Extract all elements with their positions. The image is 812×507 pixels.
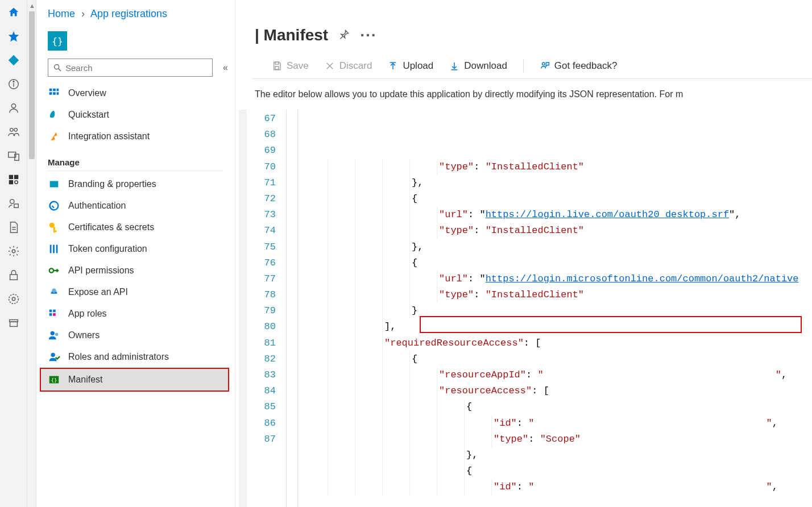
nav-api-permissions[interactable]: API permissions bbox=[36, 260, 235, 281]
nav-app-roles[interactable]: App roles bbox=[36, 303, 235, 325]
rail-scrollbar[interactable]: ▲ bbox=[27, 0, 36, 507]
page-title: | Manifest bbox=[255, 26, 328, 44]
nav-token-configuration[interactable]: Token configuration bbox=[36, 238, 235, 260]
svg-rect-40 bbox=[49, 310, 52, 313]
scroll-thumb[interactable] bbox=[29, 11, 35, 159]
svg-point-16 bbox=[12, 250, 15, 253]
breadcrumb-page[interactable]: App registrations bbox=[90, 8, 167, 19]
nav-expose-api[interactable]: Expose an API bbox=[36, 281, 235, 303]
search-input[interactable] bbox=[65, 63, 208, 73]
nav-label: Integration assistant bbox=[68, 131, 150, 142]
collapse-sidebar-button[interactable]: « bbox=[223, 63, 228, 73]
toolbar: Save Discard Upload Download Got feedbac… bbox=[252, 51, 812, 79]
roles-admin-icon bbox=[48, 351, 60, 363]
nav-label: Manifest bbox=[68, 375, 102, 385]
nav-roles-administrators[interactable]: Roles and administrators bbox=[36, 346, 235, 368]
breadcrumb-home[interactable]: Home bbox=[48, 8, 75, 19]
nav-label: App roles bbox=[68, 309, 107, 319]
rail-favorite-icon[interactable] bbox=[6, 28, 22, 44]
rail-doc-icon[interactable] bbox=[6, 219, 22, 235]
page-titlebar: | Manifest ··· bbox=[235, 0, 812, 51]
nav-label: Branding & properties bbox=[68, 179, 156, 189]
sidebar-search[interactable] bbox=[48, 59, 213, 77]
nav-label: Certificates & secrets bbox=[68, 222, 154, 232]
left-rail bbox=[0, 0, 27, 507]
svg-point-38 bbox=[49, 268, 53, 272]
rail-health-icon[interactable] bbox=[6, 291, 22, 307]
owners-icon bbox=[48, 329, 60, 342]
nav-label: Roles and administrators bbox=[68, 352, 169, 362]
svg-rect-29 bbox=[57, 92, 59, 95]
rail-diamond-icon[interactable] bbox=[6, 52, 22, 68]
rail-group-icon[interactable] bbox=[6, 124, 22, 140]
more-icon[interactable]: ··· bbox=[360, 26, 376, 44]
svg-point-45 bbox=[55, 333, 59, 336]
rail-home-icon[interactable] bbox=[6, 5, 22, 20]
nav-branding[interactable]: Branding & properties bbox=[36, 173, 235, 195]
nav-integration-assistant[interactable]: Integration assistant bbox=[36, 126, 235, 147]
nav-quickstart[interactable]: Quickstart bbox=[36, 104, 235, 126]
svg-point-19 bbox=[12, 297, 15, 301]
svg-rect-43 bbox=[53, 313, 56, 316]
nav-label: Token configuration bbox=[68, 244, 147, 254]
integration-icon bbox=[48, 130, 60, 143]
rail-info-icon[interactable] bbox=[6, 76, 22, 92]
svg-rect-35 bbox=[50, 245, 52, 254]
api-permissions-icon bbox=[48, 264, 60, 277]
line-number-gutter: 6768697071727374757677787980818283848586… bbox=[239, 110, 287, 507]
svg-rect-13 bbox=[14, 204, 18, 207]
svg-line-23 bbox=[59, 69, 61, 71]
rail-settings-icon[interactable] bbox=[6, 243, 22, 259]
nav-label: Owners bbox=[68, 330, 100, 340]
scroll-up-icon[interactable]: ▲ bbox=[29, 2, 35, 9]
rail-archive-icon[interactable] bbox=[6, 315, 22, 331]
rail-lock-icon[interactable] bbox=[6, 267, 22, 283]
svg-point-12 bbox=[10, 200, 14, 203]
expose-api-icon bbox=[48, 286, 60, 298]
rail-user-icon[interactable] bbox=[6, 100, 22, 116]
download-button[interactable]: Download bbox=[449, 60, 507, 72]
discard-button[interactable]: Discard bbox=[325, 60, 372, 72]
svg-point-44 bbox=[51, 331, 55, 335]
svg-point-2 bbox=[13, 81, 14, 82]
nav-label: Overview bbox=[68, 88, 106, 98]
svg-point-3 bbox=[11, 104, 15, 108]
svg-point-4 bbox=[10, 128, 13, 132]
svg-rect-9 bbox=[14, 175, 18, 179]
svg-rect-37 bbox=[56, 245, 58, 254]
feedback-button[interactable]: Got feedback? bbox=[540, 60, 618, 72]
overview-icon bbox=[48, 87, 60, 99]
nav-label: Quickstart bbox=[68, 110, 109, 120]
app-icon: {} bbox=[48, 31, 67, 51]
branding-icon bbox=[48, 178, 60, 190]
code-area[interactable]: "type": "InstalledClient"},{"url": "http… bbox=[298, 110, 812, 507]
rail-devices-icon[interactable] bbox=[6, 148, 22, 164]
breadcrumb: Home › App registrations bbox=[36, 8, 235, 27]
svg-rect-17 bbox=[10, 275, 17, 280]
rail-protect-icon[interactable] bbox=[6, 196, 22, 211]
svg-rect-41 bbox=[53, 310, 56, 313]
svg-rect-27 bbox=[49, 92, 52, 95]
nav-manifest[interactable]: {} Manifest bbox=[40, 368, 229, 392]
toolbar-divider bbox=[523, 59, 524, 73]
nav-owners[interactable]: Owners bbox=[36, 325, 235, 346]
upload-button[interactable]: Upload bbox=[388, 60, 433, 72]
quickstart-icon bbox=[48, 109, 60, 121]
svg-point-5 bbox=[14, 128, 16, 132]
main-content: | Manifest ··· Save Discard Upload Downl… bbox=[235, 0, 812, 507]
rail-apps-icon[interactable] bbox=[6, 172, 22, 188]
nav-overview[interactable]: Overview bbox=[36, 82, 235, 104]
sidebar: Home › App registrations {} « Overview Q… bbox=[36, 0, 235, 507]
svg-rect-50 bbox=[275, 67, 279, 69]
json-editor[interactable]: 6768697071727374757677787980818283848586… bbox=[239, 110, 812, 507]
nav-certificates-secrets[interactable]: Certificates & secrets bbox=[36, 217, 235, 238]
svg-point-11 bbox=[14, 181, 18, 184]
pin-icon[interactable] bbox=[338, 26, 350, 44]
nav-authentication[interactable]: Authentication bbox=[36, 195, 235, 217]
svg-rect-8 bbox=[9, 175, 13, 179]
sidebar-nav: Overview Quickstart Integration assistan… bbox=[36, 82, 235, 397]
feedback-label: Got feedback? bbox=[554, 60, 618, 72]
save-button[interactable]: Save bbox=[272, 60, 309, 72]
svg-point-39 bbox=[52, 289, 56, 293]
svg-rect-42 bbox=[49, 313, 52, 316]
